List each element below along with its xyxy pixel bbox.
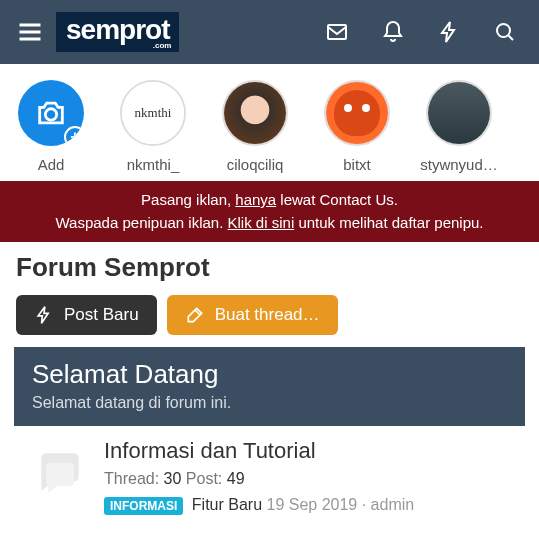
search-icon: [493, 20, 517, 44]
notifications-button[interactable]: [367, 10, 419, 54]
chat-icon: [32, 444, 88, 500]
banner-text: untuk melihat daftar penipu.: [294, 214, 483, 231]
hamburger-icon: [16, 18, 44, 46]
story-item[interactable]: bitxt: [318, 80, 396, 173]
plus-icon: +: [64, 126, 84, 146]
svg-rect-0: [328, 25, 346, 39]
button-label: Buat thread…: [215, 305, 320, 325]
thread-title[interactable]: Fitur Baru: [192, 496, 262, 513]
story-add[interactable]: + Add: [12, 80, 90, 173]
button-label: Post Baru: [64, 305, 139, 325]
avatar-text: nkmthi: [122, 82, 184, 144]
banner-text: lewat Contact Us.: [276, 191, 398, 208]
search-button[interactable]: [479, 10, 531, 54]
page-title: Forum Semprot: [0, 242, 539, 289]
announcement-banner: Pasang iklan, hanya lewat Contact Us. Wa…: [0, 181, 539, 242]
story-item[interactable]: stywnyud…: [420, 80, 498, 173]
bolt-icon: [437, 20, 461, 44]
logo-domain: .com: [153, 41, 172, 50]
welcome-panel: Selamat Datang Selamat datang di forum i…: [14, 347, 525, 426]
edit-icon: [185, 305, 205, 325]
svg-point-2: [45, 109, 56, 120]
banner-link-klik[interactable]: Klik di sini: [228, 214, 295, 231]
story-item[interactable]: ciloqciliq: [216, 80, 294, 173]
menu-button[interactable]: [8, 10, 52, 54]
thread-tag: INFORMASI: [104, 497, 183, 515]
buat-thread-button[interactable]: Buat thread…: [167, 295, 338, 335]
section-title: Informasi dan Tutorial: [104, 438, 507, 464]
story-label: Add: [12, 156, 90, 173]
banner-text: Pasang iklan,: [141, 191, 235, 208]
story-label: bitxt: [318, 156, 396, 173]
welcome-title: Selamat Datang: [32, 359, 507, 390]
thread-author[interactable]: admin: [371, 496, 415, 513]
story-item[interactable]: nkmthi nkmthi_: [114, 80, 192, 173]
activity-button[interactable]: [423, 10, 475, 54]
story-avatar: nkmthi: [120, 80, 186, 146]
story-avatar: [426, 80, 492, 146]
post-baru-button[interactable]: Post Baru: [16, 295, 157, 335]
story-avatar: [324, 80, 390, 146]
banner-text: Waspada penipuan iklan.: [55, 214, 227, 231]
app-header: semprot .com: [0, 0, 539, 64]
action-buttons: Post Baru Buat thread…: [0, 289, 539, 347]
story-label: stywnyud…: [420, 156, 498, 173]
bell-icon: [381, 20, 405, 44]
section-stats: Thread: 30 Post: 49: [104, 470, 507, 488]
svg-point-1: [497, 24, 510, 37]
banner-link-hanya[interactable]: hanya: [235, 191, 276, 208]
add-story-circle: +: [18, 80, 84, 146]
stories-row: + Add nkmthi nkmthi_ ciloqciliq bitxt st…: [0, 64, 539, 181]
story-label: ciloqciliq: [216, 156, 294, 173]
messages-button[interactable]: [311, 10, 363, 54]
camera-icon: [34, 96, 68, 130]
envelope-icon: [325, 20, 349, 44]
site-logo[interactable]: semprot .com: [56, 12, 179, 52]
story-avatar: [222, 80, 288, 146]
forum-section[interactable]: Informasi dan Tutorial Thread: 30 Post: …: [14, 426, 525, 527]
thread-date: 19 Sep 2019: [267, 496, 358, 513]
latest-thread: INFORMASI Fitur Baru 19 Sep 2019 · admin: [104, 496, 507, 515]
welcome-subtitle: Selamat datang di forum ini.: [32, 394, 507, 412]
bolt-icon: [34, 305, 54, 325]
story-label: nkmthi_: [114, 156, 192, 173]
